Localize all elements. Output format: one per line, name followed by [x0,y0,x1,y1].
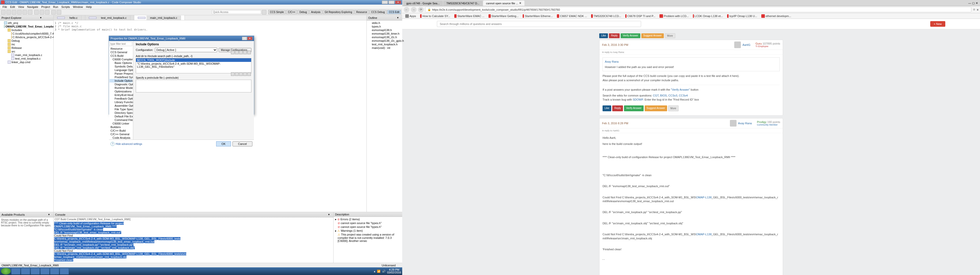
reply-button[interactable]: Reply [609,33,620,38]
editor-tab-active[interactable]: main_rmii_loopback.c [134,15,185,20]
nav-item[interactable]: Symbolic Debug Options [110,65,132,68]
up-icon[interactable] [243,51,247,54]
start-button[interactable] [1,268,11,275]
forum-search-input[interactable] [437,21,641,27]
perspective-cpp[interactable]: C/C++ [286,10,297,14]
perspective-resource[interactable]: Resource [355,10,369,14]
menu-navigate[interactable]: Navigate [25,5,40,8]
tree-item[interactable]: C:/ccs6/tools/compiler/c6000_7.4.14/incl… [0,32,53,35]
error-item[interactable]: cannot open source file "types.h" [334,221,402,225]
view-menu-icon[interactable]: ▾ [48,213,52,217]
menu-help[interactable]: Help [84,5,94,8]
open-perspective-icon[interactable] [262,10,266,14]
outline-item[interactable]: test_rmii_loopback.h [367,43,402,46]
taskbar-app-icon[interactable] [60,268,69,275]
debug-icon[interactable] [22,10,27,14]
hide-advanced-link[interactable]: Hide advanced settings [116,142,142,145]
tree-item[interactable]: src [0,50,53,53]
tool-icon[interactable] [45,10,49,14]
nav-item[interactable]: Language Options [110,68,132,72]
outline-item[interactable]: types.h [367,25,402,28]
tree-item[interactable]: inc [0,43,53,46]
menu-window[interactable]: Window [72,5,84,8]
tree-item[interactable]: C:/ti/xdcra_projects_ti/CCSv4-2-4_with-S… [0,35,53,39]
forward-button[interactable]: → [411,7,417,13]
tree-item[interactable]: Includes [0,28,53,32]
bookmark[interactable]: LCDK Omap L138 et... [691,14,724,18]
tree-item[interactable]: Debug [0,39,53,43]
outline-item[interactable]: evmomapl138_timer.h [367,32,402,35]
perspective-ccs-edit[interactable]: CCS Edit [387,10,401,14]
star-icon[interactable]: ☆ [973,8,975,11]
nav-item-selected[interactable]: Include Options [110,79,132,82]
add-icon[interactable] [231,51,234,54]
minimize-view-icon[interactable] [44,16,48,20]
dialog-close-icon[interactable]: ✕ [247,37,252,40]
include-item-selected[interactable]: ${CCS_TOOL_ROOT}/include [136,58,251,62]
tree-item[interactable]: linker_dsp.cmd [0,60,53,64]
nav-item[interactable]: Predefined Symbols [110,75,132,79]
tool-icon[interactable] [34,10,39,14]
save-all-icon[interactable] [12,10,16,14]
sdowp-link[interactable]: SDOWP [633,98,643,101]
editor-content[interactable]: 1 /* main.c */ 2 /* file main.c 3 * brie… [54,21,366,212]
include-item[interactable]: "C:\ti\extra_projects_ti\CCSv4-2-4_with-… [136,62,251,68]
nav-item[interactable]: Runtime Model Options [110,86,132,90]
dialog-help-icon[interactable]: ? [242,37,247,40]
suggest-button[interactable]: Suggest Answer [641,33,664,38]
taskbar-pdf-icon[interactable] [50,268,59,275]
nav-item[interactable]: Diagnostic Options [110,82,132,86]
menu-project[interactable]: Project [40,5,52,8]
error-category[interactable]: ▸ ⊘ Errors (2 items) [334,217,402,221]
pin-icon[interactable] [324,213,328,217]
clear-icon[interactable] [320,213,324,217]
menu-icon[interactable]: ≡ [977,8,978,11]
bookmark[interactable]: Apps [404,14,417,18]
nav-item[interactable]: C/C++ Build [110,129,132,133]
tree-item[interactable]: Release [0,46,53,50]
nav-item[interactable]: Resource [110,47,132,51]
outline-item[interactable]: evmomapl138_i2c_gpio.h [367,39,402,43]
nav-item[interactable]: Entry/Exit Hook Options [110,93,132,97]
chrome-tab[interactable]: TMS320C6745/C6747 D... [443,1,483,6]
nav-item[interactable]: Basic Options [110,61,132,65]
nav-item[interactable]: CCS General [110,51,132,54]
view-menu-icon[interactable]: ▾ [328,213,332,217]
wiki-link[interactable]: CCSv3 [668,94,677,97]
tool-icon[interactable] [40,10,44,14]
outline-item[interactable]: stdio.h [367,21,402,25]
tray-clock[interactable]: 4:29 PM 03/02/2016 [387,269,401,274]
like-button[interactable]: Like [603,106,611,111]
chrome-tab[interactable]: gpio c6748 - Google Sea... [403,1,443,6]
bookmark[interactable]: C6678 DSP TI and P... [624,14,657,18]
nav-item[interactable]: Code Analysis [110,136,132,139]
path-link[interactable]: OMAP-L138 [696,196,712,199]
chrome-minimize-icon[interactable]: — [968,2,971,5]
menu-scripts[interactable]: Scripts [60,5,72,8]
more-button[interactable]: More [668,106,679,111]
tree-item[interactable]: eth_proj [0,21,53,25]
nav-item[interactable]: Default File Extensions [110,115,132,118]
perspective-ccs-debug[interactable]: CCS Debug [369,10,387,14]
nav-item[interactable]: File Type Specifier [110,107,132,111]
nav-item[interactable]: C/C++ General [110,133,132,136]
view-menu-icon[interactable]: ▾ [397,16,401,20]
save-icon[interactable] [6,10,11,14]
editor-tab[interactable]: test_rmii_loopback.c [85,15,134,20]
user-link[interactable]: Axay Rana [738,122,752,125]
preinclude-list[interactable] [136,80,251,92]
nav-item[interactable]: Optimizations [110,90,132,93]
nav-item[interactable]: Parser Preprocessing Opti [110,72,132,75]
collapse-icon[interactable] [32,16,35,20]
down-icon[interactable] [247,51,251,54]
ok-button[interactable]: OK [216,141,231,146]
menu-view[interactable]: View [17,5,26,8]
taskbar-chrome-icon[interactable] [21,268,30,275]
tray-network-icon[interactable]: 📶 [377,270,380,273]
bookmark[interactable]: StarterWare Getting... [487,14,520,18]
chrome-close-icon[interactable]: ✕ [976,2,978,5]
delete-icon[interactable] [239,72,243,76]
help-icon[interactable]: ? [110,142,115,146]
edit-icon[interactable] [235,72,239,76]
bookmark[interactable]: tcp/IP Omap L138 U... [725,14,759,18]
